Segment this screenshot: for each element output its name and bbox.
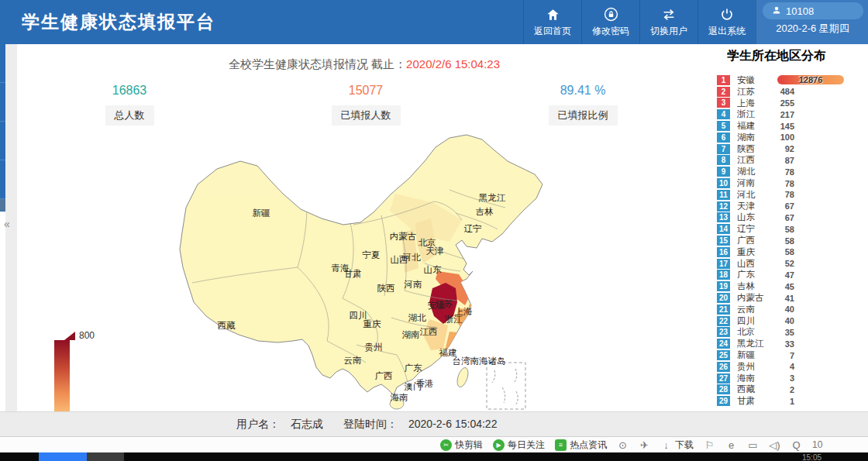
rank-badge: 23 [717,327,730,337]
region-name: 上海 [737,98,777,109]
region-row[interactable]: 24黑龙江33 [717,338,868,349]
region-value: 52 [777,259,794,268]
region-row[interactable]: 26贵州4 [717,361,868,373]
region-name: 贵州 [737,361,777,373]
rank-badge: 4 [717,109,730,119]
news-toolbar-item[interactable]: ≡热点资讯 [555,439,607,452]
region-distribution-title: 学生所在地区分布 [727,48,826,64]
region-row[interactable]: 19吉林45 [717,280,868,292]
clip-icon: ✂ [440,439,452,451]
zoom-level-label: 10 [812,439,822,450]
region-row[interactable]: 1安徽12876 [717,74,868,86]
china-choropleth-map[interactable]: 新疆西藏青海甘肃宁夏内蒙古黑龙江吉林辽宁北京天津河北山西山东陕西河南安徽江苏上海… [124,116,558,426]
region-name: 天津 [737,201,777,212]
region-value: 255 [777,98,794,108]
rank-badge: 14 [717,224,730,234]
collapse-sidebar-arrow[interactable]: « [4,218,10,230]
region-name: 四川 [737,315,777,327]
play-icon: ▶ [493,439,505,451]
region-row[interactable]: 10河南78 [717,177,868,189]
region-row[interactable]: 22四川40 [717,315,868,327]
window-icon: ▭ [747,439,759,451]
region-row[interactable]: 3上海255 [717,98,868,109]
region-row[interactable]: 20内蒙古41 [717,292,868,304]
search-toolbar-item[interactable]: Q [790,439,802,451]
taskbar-active-window[interactable] [39,452,87,461]
zoom-level-toolbar-item[interactable]: 10 [812,439,822,450]
region-row[interactable]: 28西藏2 [717,384,868,396]
region-value: 100 [777,132,794,142]
taskbar-window[interactable] [87,452,124,461]
region-row[interactable]: 15广西58 [717,235,868,246]
news-icon: ≡ [555,439,567,451]
home-button[interactable]: 返回首页 [523,0,581,44]
region-name: 新疆 [737,349,777,361]
rank-badge: 7 [717,144,730,154]
page-title: 学生健康状态填报平台 [22,10,215,34]
collapsed-menu-strip[interactable] [0,44,5,212]
region-row[interactable]: 13山东67 [717,212,868,224]
region-row[interactable]: 4浙江217 [717,108,868,120]
south-china-sea-inset [487,363,525,409]
region-ranking-list: 1安徽128762江苏4843上海2554浙江2175福建1456湖南1007陕… [717,74,868,407]
region-row[interactable]: 12天津67 [717,201,868,212]
region-row[interactable]: 9湖北78 [717,166,868,177]
download-label: 下载 [675,439,694,452]
switch-user-button[interactable]: 切换用户 [639,0,698,44]
browser-toolbar: ✂快剪辑▶每日关注≡热点资讯⊙✈↓下载⚐e▭◁)Q10 [0,436,868,452]
region-value: 45 [777,282,794,291]
region-row[interactable]: 21云南40 [717,304,868,315]
region-row[interactable]: 6湖南100 [717,132,868,143]
region-name: 吉林 [737,280,777,292]
region-value: 67 [777,201,794,211]
region-row[interactable]: 8江西87 [717,155,868,167]
island-hainan [390,398,404,409]
region-row[interactable]: 7陕西92 [717,143,868,155]
region-row[interactable]: 17山西52 [717,258,868,270]
region-name: 安徽 [737,74,777,86]
region-row[interactable]: 14辽宁58 [717,223,868,235]
rank-badge: 9 [717,167,730,177]
region-row[interactable]: 23北京35 [717,327,868,339]
change-password-button[interactable]: 修改密码 [581,0,639,44]
region-row[interactable]: 29甘肃1 [717,395,868,407]
region-value: 145 [777,122,794,131]
region-row[interactable]: 18广东47 [717,270,868,281]
logout-button[interactable]: 退出系统 [698,0,756,44]
region-name: 辽宁 [737,223,777,235]
rank-badge: 22 [717,316,730,326]
rank-badge: 12 [717,201,730,212]
os-taskbar-strip: 15:05 [0,452,868,461]
rocket-icon: ✈ [639,439,650,451]
user-id-pill[interactable]: 10108 [763,2,863,19]
region-row[interactable]: 11河北78 [717,189,868,201]
play-label: 每日关注 [508,439,545,452]
ie-toolbar-item[interactable]: e [725,439,737,451]
region-row[interactable]: 27海南3 [717,373,868,384]
region-row[interactable]: 2江苏484 [717,86,868,98]
china-map-svg [124,116,558,426]
region-row[interactable]: 25新疆7 [717,349,868,361]
speedometer-toolbar-item[interactable]: ⊙ [617,439,629,451]
legend-gradient-bar [54,340,70,411]
legend-max-value: 800 [79,332,95,340]
news-label: 热点资讯 [570,439,607,452]
rocket-toolbar-item[interactable]: ✈ [639,439,650,451]
download-toolbar-item[interactable]: ↓下载 [660,439,694,452]
speaker-toolbar-item[interactable]: ◁) [769,439,780,451]
power-icon [720,7,734,22]
flag-toolbar-item[interactable]: ⚐ [704,439,715,451]
region-row[interactable]: 5福建145 [717,120,868,132]
region-name: 海南 [737,373,777,384]
play-toolbar-item[interactable]: ▶每日关注 [493,439,545,452]
stats-cutoff-datetime: 2020/2/6 15:04:23 [406,57,500,71]
stat-reported-value: 15077 [304,84,428,98]
region-name: 福建 [737,120,777,132]
region-value: 41 [777,294,794,303]
rank-badge: 20 [717,293,730,303]
legend-marker-triangle [64,332,75,340]
region-row[interactable]: 16重庆58 [717,246,868,258]
window-toolbar-item[interactable]: ▭ [747,439,759,451]
clip-toolbar-item[interactable]: ✂快剪辑 [440,439,483,452]
region-name: 江苏 [737,86,777,98]
